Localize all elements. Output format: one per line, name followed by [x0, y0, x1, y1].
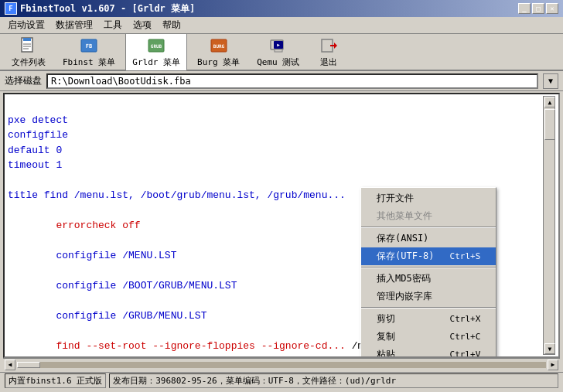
ctx-save-utf8-shortcut: Ctrl+S — [450, 251, 481, 261]
menu-data[interactable]: 数据管理 — [51, 17, 97, 33]
ctx-cut-label: 剪切 — [377, 312, 395, 326]
menu-startup[interactable]: 启动设置 — [3, 17, 49, 33]
title-bar: F FbinstTool v1.607 - [Grldr 菜单] _ □ ✕ — [0, 0, 563, 17]
ctx-insert-md5-label: 插入MD5密码 — [377, 272, 431, 285]
ctx-manage-font[interactable]: 管理内嵌字库 — [361, 288, 496, 305]
ctx-save-utf8[interactable]: 保存(UTF-8) Ctrl+S — [361, 247, 496, 265]
context-menu: 打开文件 其他菜单文件 保存(ANSI) 保存(UTF-8) Ctrl+S 插入… — [360, 187, 496, 358]
editor-line-cfg1: configfile /MENU.LST — [8, 250, 176, 261]
svg-rect-1 — [23, 38, 31, 41]
status-info: 发布日期：396802-95-26，菜单编码：UTF-8，文件路径：(ud)/g… — [109, 373, 558, 388]
editor-line-find1: find --set-root --ignore-floppies --igno… — [8, 340, 346, 352]
close-button[interactable]: ✕ — [546, 3, 558, 14]
svg-marker-17 — [334, 43, 337, 49]
title-bar-left: F FbinstTool v1.607 - [Grldr 菜单] — [5, 2, 195, 15]
ctx-copy-label: 复制 — [377, 330, 395, 343]
horizontal-scrollbar[interactable]: ◀ ▶ — [3, 358, 560, 370]
editor-line-title1: title find /menu.lst, /boot/grub/menu.ls… — [8, 189, 346, 201]
menu-options[interactable]: 选项 — [128, 17, 156, 33]
window-title: FbinstTool v1.607 - [Grldr 菜单] — [20, 2, 195, 15]
address-dropdown[interactable]: ▼ — [543, 73, 558, 89]
svg-rect-13 — [275, 49, 282, 52]
fbinst-icon: FB — [80, 36, 98, 55]
ctx-manage-font-label: 管理内嵌字库 — [377, 290, 432, 303]
ctx-other-menu[interactable]: 其他菜单文件 — [361, 207, 496, 225]
scroll-up-button[interactable]: ▲ — [544, 97, 555, 107]
toolbar-exit-label: 退出 — [320, 56, 337, 68]
ctx-copy-shortcut: Ctrl+C — [450, 332, 481, 342]
ctx-save-ansi[interactable]: 保存(ANSI) — [361, 230, 496, 247]
toolbar-fbinst[interactable]: FB Fbinst 菜单 — [56, 33, 122, 71]
address-label: 选择磁盘 — [5, 74, 42, 87]
ctx-save-utf8-label: 保存(UTF-8) — [377, 250, 435, 263]
editor-line-ec1: errorcheck off — [8, 220, 141, 231]
ctx-save-ansi-label: 保存(ANSI) — [377, 232, 428, 245]
toolbar-exit[interactable]: 退出 — [309, 33, 348, 71]
status-bar: 内置fbinst1.6 正式版 发布日期：396802-95-26，菜单编码：U… — [0, 372, 563, 389]
maximize-button[interactable]: □ — [532, 3, 544, 14]
ctx-cut-shortcut: Ctrl+X — [450, 314, 481, 324]
ctx-paste[interactable]: 粘贴 Ctrl+V — [361, 346, 496, 358]
ctx-insert-md5[interactable]: 插入MD5密码 — [361, 270, 496, 288]
toolbar-filelist-label: 文件列表 — [12, 56, 46, 68]
ctx-paste-label: 粘贴 — [377, 348, 395, 358]
ctx-sep2 — [361, 267, 496, 268]
editor-container[interactable]: pxe detect configfile default 0 timeout … — [3, 93, 560, 358]
ctx-paste-shortcut: Ctrl+V — [450, 349, 481, 358]
window-controls: _ □ ✕ — [518, 3, 558, 14]
svg-text:FB: FB — [86, 43, 92, 49]
toolbar: 文件列表 FB Fbinst 菜单 GRUB Grldr 菜单 BURG Bur… — [0, 34, 563, 71]
app-icon: F — [5, 2, 17, 15]
toolbar-grldr[interactable]: GRUB Grldr 菜单 — [125, 33, 187, 71]
scroll-down-button[interactable]: ▼ — [544, 343, 555, 354]
hscroll-track — [17, 362, 546, 368]
toolbar-qemu[interactable]: ▶ Qemu 测试 — [250, 33, 306, 71]
ctx-copy[interactable]: 复制 Ctrl+C — [361, 328, 496, 346]
scroll-thumb[interactable] — [544, 109, 555, 140]
hscroll-thumb[interactable] — [17, 362, 40, 368]
address-bar: 选择磁盘 ▼ — [0, 71, 563, 91]
toolbar-grldr-label: Grldr 菜单 — [132, 56, 180, 68]
toolbar-filelist[interactable]: 文件列表 — [5, 33, 53, 71]
svg-text:GRUB: GRUB — [151, 43, 162, 49]
ctx-open-file-label: 打开文件 — [377, 192, 414, 205]
toolbar-qemu-label: Qemu 测试 — [257, 56, 299, 68]
toolbar-burg[interactable]: BURG Burg 菜单 — [190, 33, 247, 71]
exit-icon — [319, 36, 338, 55]
ctx-sep3 — [361, 307, 496, 308]
burg-icon: BURG — [210, 36, 228, 55]
status-version: 内置fbinst1.6 正式版 — [5, 373, 106, 388]
ctx-open-file[interactable]: 打开文件 — [361, 189, 496, 207]
filelist-icon — [19, 36, 38, 55]
editor-line-cfg3: configfile /GRUB/MENU.LST — [8, 310, 206, 322]
editor-wrapper: pxe detect configfile default 0 timeout … — [0, 91, 563, 372]
scroll-right-button[interactable]: ▶ — [548, 360, 558, 370]
editor-line: pxe detect configfile default 0 timeout … — [8, 114, 68, 172]
toolbar-burg-label: Burg 菜单 — [197, 56, 240, 68]
svg-text:▶: ▶ — [277, 42, 280, 47]
ctx-other-menu-label: 其他菜单文件 — [377, 210, 432, 223]
menu-tools[interactable]: 工具 — [99, 17, 127, 33]
qemu-icon: ▶ — [269, 36, 288, 55]
toolbar-fbinst-label: Fbinst 菜单 — [63, 56, 115, 68]
menu-bar: 启动设置 数据管理 工具 选项 帮助 — [0, 17, 563, 34]
address-input[interactable] — [46, 73, 538, 89]
vertical-scrollbar[interactable]: ▲ ▼ — [543, 96, 555, 355]
editor-line-cfg2: configfile /BOOT/GRUB/MENU.LST — [8, 280, 237, 291]
minimize-button[interactable]: _ — [518, 3, 531, 14]
grldr-icon: GRUB — [147, 36, 165, 55]
scroll-left-button[interactable]: ◀ — [5, 360, 15, 370]
svg-text:BURG: BURG — [213, 43, 224, 49]
ctx-cut[interactable]: 剪切 Ctrl+X — [361, 310, 496, 328]
ctx-sep1 — [361, 227, 496, 228]
menu-help[interactable]: 帮助 — [158, 17, 186, 33]
